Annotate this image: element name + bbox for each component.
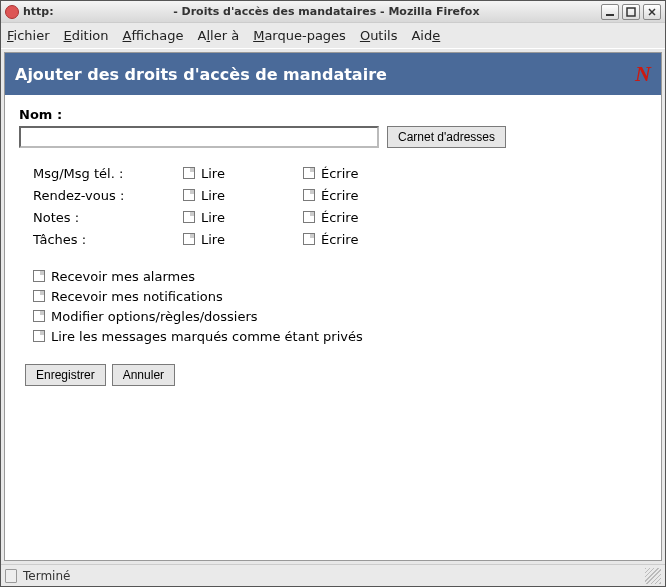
titlebar-url: http: — [23, 5, 54, 18]
status-icon — [5, 569, 17, 583]
read-label: Lire — [201, 166, 225, 181]
read-label: Lire — [201, 188, 225, 203]
save-button[interactable]: Enregistrer — [25, 364, 106, 386]
opt-private-label: Lire les messages marqués comme étant pr… — [51, 329, 363, 344]
close-icon — [647, 7, 657, 17]
close-button[interactable] — [643, 4, 661, 20]
checkbox-mail-write[interactable] — [303, 167, 315, 179]
checkbox-notes-write[interactable] — [303, 211, 315, 223]
menu-view[interactable]: Affichage — [122, 28, 183, 43]
titlebar: http: - Droits d'accès des mandataires -… — [1, 1, 665, 23]
menu-file[interactable]: Fichier — [7, 28, 50, 43]
checkbox-mail-read[interactable] — [183, 167, 195, 179]
rights-row-tasks: Tâches : Lire Écrire — [33, 228, 647, 250]
content: Ajouter des droits d'accès de mandataire… — [4, 52, 662, 561]
write-label: Écrire — [321, 188, 358, 203]
app-icon — [5, 5, 19, 19]
rights-label-mail: Msg/Msg tél. : — [33, 166, 183, 181]
maximize-button[interactable] — [622, 4, 640, 20]
status-text: Terminé — [23, 569, 70, 583]
rights-label-notes: Notes : — [33, 210, 183, 225]
checkbox-alarms[interactable] — [33, 270, 45, 282]
minimize-icon — [605, 7, 615, 17]
checkbox-tasks-write[interactable] — [303, 233, 315, 245]
opt-modify-label: Modifier options/règles/dossiers — [51, 309, 258, 324]
menu-bookmarks[interactable]: Marque-pages — [253, 28, 346, 43]
resize-grip[interactable] — [645, 568, 661, 584]
rights-row-mail: Msg/Msg tél. : Lire Écrire — [33, 162, 647, 184]
checkbox-notify[interactable] — [33, 290, 45, 302]
name-row: Carnet d'adresses — [19, 126, 647, 148]
titlebar-title: - Droits d'accès des mandataires - Mozil… — [58, 5, 595, 18]
rights-row-notes: Notes : Lire Écrire — [33, 206, 647, 228]
cancel-button[interactable]: Annuler — [112, 364, 175, 386]
menu-tools[interactable]: Outils — [360, 28, 398, 43]
page-header: Ajouter des droits d'accès de mandataire… — [5, 53, 661, 95]
extra-options: Recevoir mes alarmes Recevoir mes notifi… — [33, 266, 647, 346]
rights-row-appt: Rendez-vous : Lire Écrire — [33, 184, 647, 206]
read-label: Lire — [201, 232, 225, 247]
read-label: Lire — [201, 210, 225, 225]
rights-grid: Msg/Msg tél. : Lire Écrire Rendez-vous :… — [33, 162, 647, 250]
button-row: Enregistrer Annuler — [25, 364, 647, 386]
brand-logo: N — [635, 61, 651, 87]
checkbox-notes-read[interactable] — [183, 211, 195, 223]
name-label: Nom : — [19, 107, 647, 122]
name-input[interactable] — [19, 126, 379, 148]
write-label: Écrire — [321, 166, 358, 181]
checkbox-tasks-read[interactable] — [183, 233, 195, 245]
page-title: Ajouter des droits d'accès de mandataire — [15, 65, 635, 84]
rights-label-tasks: Tâches : — [33, 232, 183, 247]
statusbar: Terminé — [1, 564, 665, 586]
checkbox-appt-write[interactable] — [303, 189, 315, 201]
maximize-icon — [626, 7, 636, 17]
form-area: Nom : Carnet d'adresses Msg/Msg tél. : L… — [5, 95, 661, 560]
svg-rect-1 — [627, 8, 635, 16]
menu-edit[interactable]: Edition — [64, 28, 109, 43]
write-label: Écrire — [321, 210, 358, 225]
menu-go[interactable]: Aller à — [198, 28, 240, 43]
opt-notify-label: Recevoir mes notifications — [51, 289, 223, 304]
window: http: - Droits d'accès des mandataires -… — [0, 0, 666, 587]
checkbox-modify[interactable] — [33, 310, 45, 322]
checkbox-private[interactable] — [33, 330, 45, 342]
minimize-button[interactable] — [601, 4, 619, 20]
svg-rect-0 — [606, 14, 614, 16]
menu-help[interactable]: Aide — [411, 28, 440, 43]
checkbox-appt-read[interactable] — [183, 189, 195, 201]
rights-label-appt: Rendez-vous : — [33, 188, 183, 203]
write-label: Écrire — [321, 232, 358, 247]
opt-alarms-label: Recevoir mes alarmes — [51, 269, 195, 284]
address-book-button[interactable]: Carnet d'adresses — [387, 126, 506, 148]
menubar: Fichier Edition Affichage Aller à Marque… — [1, 23, 665, 49]
window-buttons — [601, 4, 661, 20]
